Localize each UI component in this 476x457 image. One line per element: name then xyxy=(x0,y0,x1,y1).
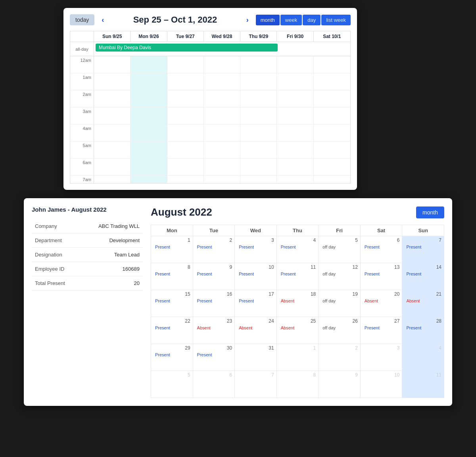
time-label-4am: 4am xyxy=(70,124,94,141)
cell-thu-12am xyxy=(240,56,277,73)
day-number: 10 xyxy=(363,372,400,378)
col-mon: Mon xyxy=(151,225,193,236)
week-view-button[interactable]: week xyxy=(280,15,302,25)
month-view-button[interactable]: month xyxy=(256,15,280,25)
month-day-cell[interactable]: 1Present xyxy=(151,236,193,263)
attendance-status: Present xyxy=(363,271,381,277)
month-day-cell[interactable]: 15Present xyxy=(151,290,193,317)
month-day-cell[interactable]: 17Present xyxy=(235,290,277,317)
month-day-cell[interactable]: 26off day xyxy=(319,317,361,344)
month-day-cell[interactable]: 3Present xyxy=(235,236,277,263)
cell-fri-6am xyxy=(277,159,313,175)
cell-tue-2am xyxy=(167,90,204,107)
month-day-cell[interactable]: 9Present xyxy=(193,263,235,290)
time-rows[interactable]: 12am 1am 2am xyxy=(70,56,350,183)
time-label-7am: 7am xyxy=(70,176,94,183)
next-week-button[interactable]: › xyxy=(244,15,251,25)
day-header-sat: Sat 10/1 xyxy=(314,31,350,42)
attendance-status: off day xyxy=(321,325,337,331)
cell-tue-7am xyxy=(167,176,204,183)
month-day-cell[interactable]: 5 xyxy=(151,371,193,398)
month-day-cell[interactable]: 4Present xyxy=(276,236,319,263)
cell-sat-2am xyxy=(314,90,350,107)
info-row-company: Company ABC Trading WLL xyxy=(32,219,143,233)
month-day-cell[interactable]: 24Absent xyxy=(235,317,277,344)
month-view-toggle[interactable]: month xyxy=(416,207,444,218)
day-number: 2 xyxy=(321,345,358,351)
month-day-cell[interactable]: 31 xyxy=(235,344,277,371)
month-day-cell[interactable]: 20Absent xyxy=(360,290,402,317)
attendance-status: Absent xyxy=(196,325,212,331)
cell-fri-1am xyxy=(277,73,313,90)
cell-fri-7am xyxy=(277,176,313,183)
week-calendar-panel: today ‹ Sep 25 – Oct 1, 2022 › month wee… xyxy=(63,8,357,190)
month-day-cell[interactable]: 30Present xyxy=(193,344,235,371)
month-week-row-1: 8Present9Present10Present11Present12off … xyxy=(151,263,444,290)
month-calendar: August 2022 month Mon Tue Wed Thu Fri Sa… xyxy=(151,206,444,398)
day-header-fri: Fri 9/30 xyxy=(277,31,313,42)
day-number: 30 xyxy=(196,345,232,351)
today-button[interactable]: today xyxy=(70,14,94,25)
cell-wed-5am xyxy=(204,141,240,158)
month-day-cell[interactable]: 16Present xyxy=(193,290,235,317)
month-day-cell[interactable]: 25Absent xyxy=(276,317,319,344)
month-day-cell[interactable]: 22Present xyxy=(151,317,193,344)
cell-sun-4am xyxy=(94,124,131,141)
month-day-cell[interactable]: 7Present xyxy=(402,236,444,263)
time-label-12am: 12am xyxy=(70,56,94,73)
cell-tue-4am xyxy=(167,124,204,141)
month-day-cell[interactable]: 10 xyxy=(360,371,402,398)
day-number: 4 xyxy=(405,345,441,351)
cell-thu-7am xyxy=(240,176,277,183)
month-day-cell[interactable]: 9 xyxy=(319,371,361,398)
day-view-button[interactable]: day xyxy=(303,15,321,25)
month-day-cell[interactable]: 19off day xyxy=(319,290,361,317)
list-week-view-button[interactable]: list week xyxy=(321,15,351,25)
month-day-cell[interactable]: 23Absent xyxy=(193,317,235,344)
month-day-cell[interactable]: 1 xyxy=(276,344,319,371)
month-day-cell[interactable]: 11Present xyxy=(276,263,319,290)
col-fri: Fri xyxy=(319,225,361,236)
month-week-row-5: 567891011 xyxy=(151,371,444,398)
day-number: 5 xyxy=(154,372,190,378)
day-header-sun: Sun 9/25 xyxy=(94,31,131,42)
month-day-cell[interactable]: 12off day xyxy=(319,263,361,290)
month-day-cell[interactable]: 13Present xyxy=(360,263,402,290)
day-number: 26 xyxy=(321,318,358,324)
month-day-cell[interactable]: 21Absent xyxy=(402,290,444,317)
month-day-cell[interactable]: 3 xyxy=(360,344,402,371)
month-day-cell[interactable]: 6Present xyxy=(360,236,402,263)
cell-sun-12am xyxy=(94,56,131,73)
month-day-cell[interactable]: 11 xyxy=(402,371,444,398)
attendance-status: Present xyxy=(363,244,381,250)
day-number: 8 xyxy=(279,372,316,378)
col-sat: Sat xyxy=(360,225,402,236)
day-number: 8 xyxy=(154,264,190,270)
month-day-cell[interactable]: 8Present xyxy=(151,263,193,290)
prev-week-button[interactable]: ‹ xyxy=(99,15,106,25)
all-day-event[interactable]: Mumbai By Deepa Davis xyxy=(96,44,278,52)
month-day-cell[interactable]: 7 xyxy=(235,371,277,398)
day-number: 28 xyxy=(405,318,441,324)
cell-fri-3am xyxy=(277,107,313,124)
attendance-status: Present xyxy=(405,244,423,250)
month-day-cell[interactable]: 4 xyxy=(402,344,444,371)
month-day-cell[interactable]: 18Absent xyxy=(276,290,319,317)
month-day-cell[interactable]: 27Present xyxy=(360,317,402,344)
week-header-row: Sun 9/25 Mon 9/26 Tue 9/27 Wed 9/28 Thu … xyxy=(70,31,350,42)
month-day-cell[interactable]: 29Present xyxy=(151,344,193,371)
month-day-cell[interactable]: 8 xyxy=(276,371,319,398)
cell-mon-3am xyxy=(131,107,167,124)
month-day-cell[interactable]: 2 xyxy=(319,344,361,371)
month-day-cell[interactable]: 10Present xyxy=(235,263,277,290)
day-number: 29 xyxy=(154,345,190,351)
day-number: 9 xyxy=(196,264,232,270)
month-day-cell[interactable]: 14Present xyxy=(402,263,444,290)
day-number: 6 xyxy=(196,372,232,378)
month-day-cell[interactable]: 28Present xyxy=(402,317,444,344)
month-day-cell[interactable]: 6 xyxy=(193,371,235,398)
cell-sun-7am xyxy=(94,176,131,183)
month-day-cell[interactable]: 2Present xyxy=(193,236,235,263)
month-day-cell[interactable]: 5off day xyxy=(319,236,361,263)
cell-mon-4am xyxy=(131,124,167,141)
